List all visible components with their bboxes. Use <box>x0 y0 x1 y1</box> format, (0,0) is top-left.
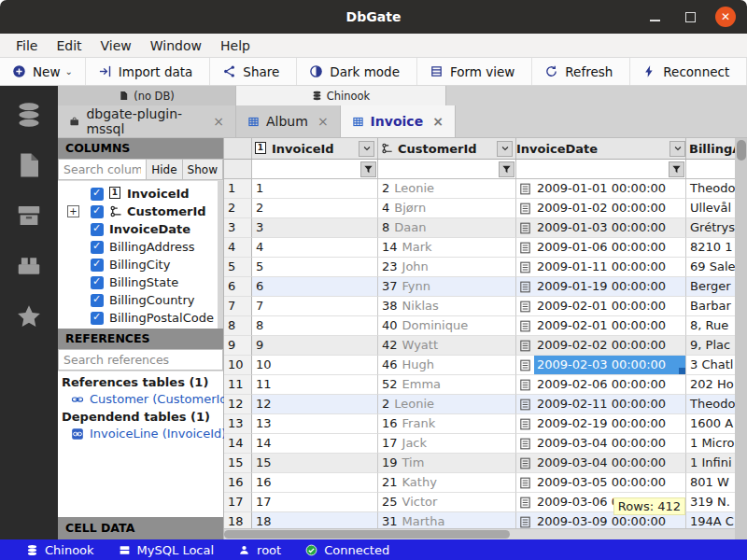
vertical-scrollbar[interactable] <box>735 138 747 539</box>
rail-icon[interactable] <box>15 302 43 330</box>
column-list-item[interactable]: BillingCity <box>58 256 223 273</box>
search-references-input[interactable] <box>58 349 223 371</box>
cell-invoicedate[interactable]: 2009-01-02 00:00:00 <box>516 199 686 218</box>
cell-customerid[interactable]: 8Daan <box>378 218 516 238</box>
column-checkbox[interactable] <box>91 259 104 272</box>
column-checkbox[interactable] <box>91 276 104 289</box>
cell-customerid[interactable]: 14Mark <box>378 238 516 258</box>
cell-invoiceid[interactable]: 5 <box>252 258 378 277</box>
toolbar-button[interactable]: Share <box>210 58 297 85</box>
cell-data-panel-header[interactable]: CELL DATA <box>58 517 223 539</box>
cell-invoiceid[interactable]: 16 <box>252 473 378 493</box>
cell-billingaddress[interactable]: 801 W <box>686 473 735 493</box>
cell-invoicedate[interactable]: 2009-01-19 00:00:00 <box>516 277 686 297</box>
cell-invoicedate[interactable]: 2009-01-01 00:00:00 <box>516 179 686 199</box>
column-menu-button[interactable] <box>669 141 685 157</box>
horizontal-scrollbar-thumb[interactable] <box>224 530 510 539</box>
cell-invoiceid[interactable]: 9 <box>252 336 378 356</box>
rail-icon[interactable] <box>15 101 43 129</box>
cell-invoicedate[interactable]: 2009-01-06 00:00:00 <box>516 238 686 258</box>
cell-billingaddress[interactable]: Theodo <box>686 179 735 199</box>
minimize-button[interactable] <box>644 7 665 27</box>
cell-invoiceid[interactable]: 2 <box>252 199 378 218</box>
statusbar-item[interactable]: root <box>238 543 281 557</box>
filter-cell[interactable] <box>252 160 378 178</box>
close-icon[interactable]: × <box>213 114 224 129</box>
column-checkbox[interactable] <box>91 312 104 325</box>
cell-invoiceid[interactable]: 8 <box>252 316 378 336</box>
cell-invoiceid[interactable]: 18 <box>252 512 378 528</box>
row-number[interactable]: 1 <box>224 179 252 199</box>
row-number[interactable]: 8 <box>224 316 252 336</box>
hide-button[interactable]: Hide <box>146 159 181 180</box>
cell-billingaddress[interactable]: 8210 1 <box>686 238 735 258</box>
filter-funnel-icon[interactable] <box>669 161 684 177</box>
column-checkbox[interactable] <box>91 294 104 307</box>
cell-customerid[interactable]: 19Tim <box>378 454 516 473</box>
reference-link[interactable]: Customer (CustomerId) <box>58 390 223 408</box>
filter-cell[interactable] <box>516 160 686 178</box>
row-number[interactable]: 4 <box>224 238 252 258</box>
row-number[interactable]: 18 <box>224 512 252 528</box>
cell-invoicedate[interactable]: 2009-02-01 00:00:00 <box>516 297 686 316</box>
column-menu-button[interactable] <box>359 141 374 157</box>
rail-icon[interactable] <box>15 252 43 280</box>
column-list-item[interactable]: BillingCountry <box>58 291 223 309</box>
cell-invoiceid[interactable]: 11 <box>252 375 378 395</box>
cell-customerid[interactable]: 37Fynn <box>378 277 516 297</box>
columns-panel-header[interactable]: COLUMNS <box>58 138 223 159</box>
grid-column-header[interactable]: 1 InvoiceId <box>252 138 378 159</box>
toolbar-button[interactable]: Reconnect <box>630 58 747 85</box>
cell-customerid[interactable]: 25Victor <box>378 493 516 512</box>
cell-customerid[interactable]: 38Niklas <box>378 297 516 316</box>
cell-invoicedate[interactable]: 2009-03-05 00:00:00 <box>516 473 686 493</box>
tab-group-nodb[interactable]: (no DB) <box>58 86 236 105</box>
toolbar-button[interactable]: Import data <box>86 58 211 85</box>
rail-icon[interactable] <box>15 151 43 179</box>
cell-invoicedate[interactable]: 2009-02-03 00:00:00 <box>516 356 686 375</box>
cell-invoicedate[interactable]: 2009-03-04 00:00:00 <box>516 454 686 473</box>
cell-customerid[interactable]: 40Dominique <box>378 316 516 336</box>
references-panel-header[interactable]: REFERENCES <box>58 329 223 349</box>
row-number[interactable]: 6 <box>224 277 252 297</box>
cell-customerid[interactable]: 2Leonie <box>378 179 516 199</box>
tab-invoice[interactable]: Invoice × <box>341 105 456 137</box>
row-number[interactable]: 3 <box>224 218 252 238</box>
column-list-item[interactable]: BillingAddress <box>58 238 223 256</box>
column-menu-button[interactable] <box>497 141 513 157</box>
cell-customerid[interactable]: 46Hugh <box>378 356 516 375</box>
cell-invoiceid[interactable]: 4 <box>252 238 378 258</box>
cell-invoicedate[interactable]: 2009-02-11 00:00:00 <box>516 395 686 414</box>
row-number[interactable]: 5 <box>224 258 252 277</box>
cell-invoicedate[interactable]: 2009-02-19 00:00:00 <box>516 414 686 434</box>
cell-invoiceid[interactable]: 12 <box>252 395 378 414</box>
cell-billingaddress[interactable]: Theodo <box>686 395 735 414</box>
menu-item[interactable]: File <box>7 35 46 56</box>
search-columns-input[interactable] <box>58 159 146 180</box>
column-list-item[interactable]: InvoiceDate <box>58 220 223 238</box>
row-number[interactable]: 16 <box>224 473 252 493</box>
cell-customerid[interactable]: 2Leonie <box>378 395 516 414</box>
toolbar-button[interactable]: Form view <box>417 58 532 85</box>
grid-column-header[interactable]: BillingAddress <box>686 138 735 159</box>
cell-invoiceid[interactable]: 3 <box>252 218 378 238</box>
cell-customerid[interactable]: 17Jack <box>378 434 516 454</box>
column-checkbox[interactable] <box>91 241 104 254</box>
close-icon[interactable]: × <box>317 114 329 129</box>
cell-invoicedate[interactable]: 2009-03-04 00:00:00 <box>516 434 686 454</box>
cell-billingaddress[interactable]: Ullevål <box>686 199 735 218</box>
column-list-item[interactable]: 1 InvoiceId <box>58 185 223 203</box>
row-number[interactable]: 9 <box>224 336 252 356</box>
show-button[interactable]: Show <box>182 159 223 180</box>
cell-billingaddress[interactable]: 69 Sale <box>686 258 735 277</box>
expand-icon[interactable]: + <box>67 205 79 217</box>
reference-link[interactable]: InvoiceLine (InvoiceId) <box>58 425 223 442</box>
menu-item[interactable]: Help <box>212 35 259 56</box>
column-checkbox[interactable] <box>91 223 104 236</box>
menu-item[interactable]: Edit <box>48 35 90 56</box>
row-number[interactable]: 12 <box>224 395 252 414</box>
grid-column-header[interactable]: InvoiceDate <box>516 138 686 159</box>
cell-invoicedate[interactable]: 2009-02-02 00:00:00 <box>516 336 686 356</box>
toolbar-button[interactable]: New ⌄ <box>0 58 86 85</box>
cell-billingaddress[interactable]: 1 Infini <box>686 454 735 473</box>
